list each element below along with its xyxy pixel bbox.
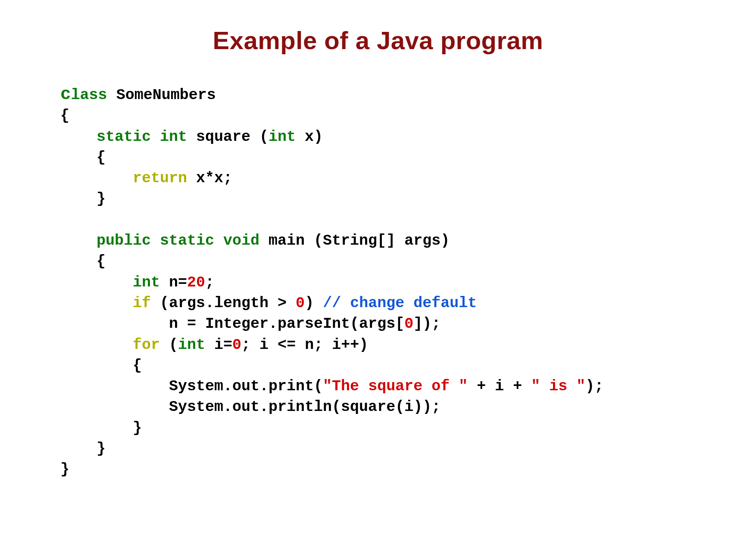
brace-open: { <box>60 107 69 124</box>
brace-open: { <box>97 253 106 270</box>
brace-close: } <box>97 190 106 208</box>
var-n: n= <box>160 274 187 291</box>
print-b: + i + <box>468 378 531 395</box>
kw-int: int <box>269 128 296 146</box>
code-block: class SomeNumbers { static int square (i… <box>60 85 696 480</box>
num-0: 0 <box>232 336 241 354</box>
println: System.out.println(square(i)); <box>169 398 440 416</box>
kw-public-static-void: public static void <box>97 232 259 249</box>
if-cond-a: (args.length > <box>151 295 296 312</box>
kw-class-c: c <box>60 84 71 104</box>
brace-open: { <box>133 357 142 374</box>
kw-static-int: static int <box>97 128 187 146</box>
brace-close: } <box>60 461 69 478</box>
brace-close: } <box>133 420 142 437</box>
slide-title: Example of a Java program <box>60 26 696 55</box>
comment: // change default <box>314 295 477 312</box>
num-0: 0 <box>296 295 305 312</box>
string-1: "The square of " <box>323 378 468 395</box>
method-square: square ( <box>187 128 269 146</box>
param-x: x) <box>296 128 323 146</box>
kw-return: return <box>133 170 187 187</box>
brace-open: { <box>97 149 106 166</box>
for-a: ( <box>160 336 178 354</box>
kw-class: lass <box>71 87 107 104</box>
semicolon: ; <box>205 274 214 291</box>
class-name: SomeNumbers <box>107 87 216 104</box>
kw-for: for <box>133 336 160 354</box>
num-20: 20 <box>187 274 205 291</box>
print-c: ); <box>585 378 603 395</box>
num-0: 0 <box>404 315 413 333</box>
for-c: ; i <= n; i++) <box>241 336 368 354</box>
stmt-parseint-b: ]); <box>413 315 440 333</box>
kw-int: int <box>178 336 205 354</box>
stmt-parseint-a: n = Integer.parseInt(args[ <box>169 315 404 333</box>
return-expr: x*x; <box>187 170 232 187</box>
slide: Example of a Java program class SomeNumb… <box>0 0 756 535</box>
for-b: i= <box>205 336 232 354</box>
kw-int: int <box>133 274 160 291</box>
print-a: System.out.print( <box>169 378 323 395</box>
brace-close: } <box>97 440 106 457</box>
if-cond-b: ) <box>305 295 314 312</box>
method-main: main (String[] args) <box>259 232 450 249</box>
string-2: " is " <box>531 378 585 395</box>
kw-if: if <box>133 295 151 312</box>
